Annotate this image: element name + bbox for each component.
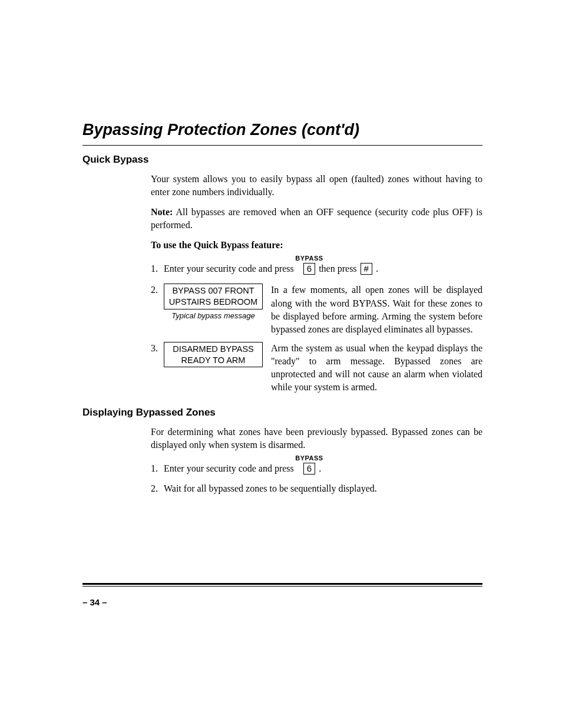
note-text: All bypasses are removed when an OFF seq… xyxy=(151,207,482,230)
footer-rule xyxy=(82,583,482,587)
keycap-hash: # xyxy=(361,263,372,275)
step-1: 1. Enter your security code and press BY… xyxy=(151,262,482,275)
section-heading-quick-bypass: Quick Bypass xyxy=(82,154,482,166)
section-body-quick-bypass: Your system allows you to easily bypass … xyxy=(82,173,482,394)
page-title: Bypassing Protection Zones (cont'd) xyxy=(82,121,482,139)
step-text: Enter your security code and press xyxy=(164,462,294,475)
step-number: 1. xyxy=(151,262,158,275)
key-label-bypass: BYPASS xyxy=(295,254,323,263)
page-number: – 34 – xyxy=(82,597,107,607)
step-text: then press xyxy=(319,262,356,275)
paragraph: For determining what zones have been pre… xyxy=(151,426,482,452)
keypad-display: BYPASS 007 FRONT UPSTAIRS BEDROOM xyxy=(164,284,263,309)
step-2: 2. Wait for all bypassed zones to be seq… xyxy=(151,482,482,495)
step-number: 2. xyxy=(151,284,158,297)
step-2: 2. BYPASS 007 FRONT UPSTAIRS BEDROOM Typ… xyxy=(151,284,482,335)
use-heading: To use the Quick Bypass feature: xyxy=(151,239,482,252)
display-line: BYPASS 007 FRONT xyxy=(167,285,260,297)
step-text: . xyxy=(319,462,321,475)
step-3: 3. DISARMED BYPASS READY TO ARM Arm the … xyxy=(151,342,482,394)
keypad-display: DISARMED BYPASS READY TO ARM xyxy=(164,342,263,368)
display-line: DISARMED BYPASS xyxy=(167,344,260,355)
step-text: Wait for all bypassed zones to be sequen… xyxy=(164,483,377,493)
paragraph: Your system allows you to easily bypass … xyxy=(151,173,482,199)
section-heading-displaying-bypassed: Displaying Bypassed Zones xyxy=(82,407,482,419)
step-description: In a few moments, all open zones will be… xyxy=(271,284,482,335)
key-label-bypass: BYPASS xyxy=(295,454,323,463)
note-label: Note: xyxy=(151,207,173,217)
step-number: 1. xyxy=(151,462,158,475)
display-line: UPSTAIRS BEDROOM xyxy=(167,297,260,308)
key-wrap-bypass: BYPASS 6 xyxy=(303,462,315,475)
key-wrap-bypass: BYPASS 6 xyxy=(303,262,315,275)
step-description: Arm the system as usual when the keypad … xyxy=(271,342,482,394)
display-caption: Typical bypass message xyxy=(164,311,263,321)
step-text: . xyxy=(376,262,378,275)
title-underline xyxy=(82,145,482,146)
note-paragraph: Note: All bypasses are removed when an O… xyxy=(151,206,482,232)
section-body-displaying-bypassed: For determining what zones have been pre… xyxy=(82,426,482,495)
step-number: 2. xyxy=(151,482,158,495)
step-text: Enter your security code and press xyxy=(164,262,294,275)
keycap-6: 6 xyxy=(303,463,315,475)
display-line: READY TO ARM xyxy=(167,355,260,366)
display-column: BYPASS 007 FRONT UPSTAIRS BEDROOM Typica… xyxy=(164,284,263,321)
step-number: 3. xyxy=(151,342,158,355)
step-1: 1. Enter your security code and press BY… xyxy=(151,462,482,475)
display-column: DISARMED BYPASS READY TO ARM xyxy=(164,342,263,368)
keycap-6: 6 xyxy=(303,263,315,275)
